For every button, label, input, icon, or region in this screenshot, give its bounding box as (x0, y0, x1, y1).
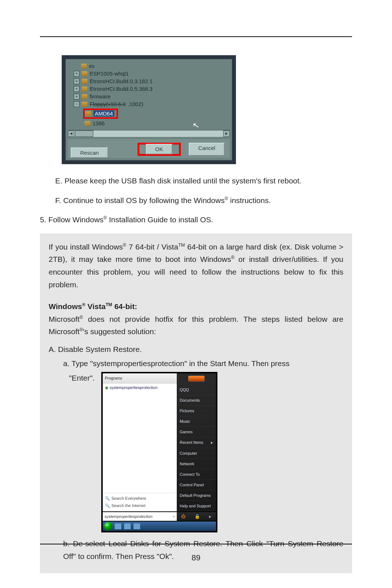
h-scrollbar[interactable]: ◂ ▸ (68, 130, 230, 137)
note-box: If you install Windows® 7 64-bit / Vista… (40, 234, 352, 573)
scroll-thumb[interactable] (75, 130, 93, 137)
start-programs-header: Programs (103, 373, 177, 383)
search-icon: 🔍 (105, 496, 110, 500)
page-number: 89 (0, 553, 392, 563)
tree-firmware: firmware (90, 93, 111, 100)
lock-icon[interactable]: 🔒 (195, 513, 200, 520)
note-step-a: a. Type "systempropertiesprotection" in … (63, 357, 343, 370)
rescan-button[interactable]: Rescan (71, 147, 108, 158)
expand-icon[interactable]: + (74, 71, 79, 77)
note-heading-vista: Windows® VistaTM 64-bit: (49, 300, 343, 313)
tree-etron-05: EtronxHCI.Build.0.5.368.3 (90, 86, 152, 92)
expand-icon[interactable]: + (74, 94, 79, 100)
tree-amd64[interactable]: AMD64 (93, 110, 114, 117)
scroll-left-icon[interactable]: ◂ (68, 130, 74, 137)
cancel-button[interactable]: Cancel (189, 143, 225, 156)
power-icon[interactable]: ⏻ (181, 513, 185, 520)
tree-es: es (89, 63, 95, 69)
shield-icon: ◉ (105, 385, 109, 390)
taskbar (103, 522, 216, 531)
highlight-ok: OK (138, 143, 181, 156)
step-5: 5. Follow Windows® Installation Guide to… (40, 214, 352, 226)
folder-tree: es +ESP1005-whql1 +EtronxHCI.Build.0.3.1… (66, 61, 232, 129)
scroll-right-icon[interactable]: ▸ (223, 130, 230, 137)
tree-floppy-strike: Floppy(v10.6.0 (90, 101, 126, 107)
start-right-item[interactable]: Help and Support (177, 501, 216, 511)
figure-driver-dialog: es +ESP1005-whql1 +EtronxHCI.Build.0.3.1… (62, 55, 236, 164)
clear-search-icon[interactable]: × (173, 513, 175, 520)
bottom-rule (40, 544, 352, 544)
search-icon: 🔍 (105, 503, 110, 508)
start-orb-icon[interactable] (104, 522, 112, 530)
taskbar-button[interactable] (114, 523, 122, 530)
note-paragraph-1: If you install Windows® 7 64-bit / Vista… (49, 241, 343, 291)
ok-button[interactable]: OK (146, 144, 173, 154)
start-right-item[interactable]: Control Panel (177, 480, 216, 490)
user-avatar-icon (188, 376, 205, 381)
note-step-a-enter: "Enter". (69, 372, 95, 385)
figure-start-menu: Programs ◉systempropertiesprotection 🔍Se… (101, 372, 217, 532)
chevron-right-icon[interactable]: ▸ (209, 513, 211, 520)
start-right-item[interactable]: Computer (177, 448, 216, 459)
start-right-item[interactable]: Music (177, 416, 216, 427)
tree-i386[interactable]: 1386 (93, 120, 105, 126)
note-step-A: A. Disable System Restore. (49, 343, 343, 356)
collapse-icon[interactable]: − (74, 101, 79, 107)
highlight-amd64: AMD64 (83, 109, 118, 119)
taskbar-button[interactable] (133, 523, 140, 530)
start-right-item[interactable]: QQQ (177, 385, 216, 395)
tree-etron-03: EtronxHCI.Build.0.3.182.1 (90, 78, 152, 84)
step-f: F. Continue to install OS by following t… (55, 195, 352, 207)
search-everywhere-link[interactable]: 🔍Search Everywhere (105, 495, 175, 502)
taskbar-button[interactable] (124, 523, 131, 530)
top-rule (40, 36, 352, 37)
start-right-item[interactable]: Documents (177, 395, 216, 406)
expand-icon[interactable]: + (74, 78, 79, 84)
expand-icon[interactable]: + (74, 86, 79, 92)
start-right-item[interactable]: Pictures (177, 406, 216, 416)
start-right-column: QQQ Documents Pictures Music Games Recen… (177, 373, 216, 511)
start-right-item[interactable]: Default Programs (177, 490, 216, 501)
step-e: E. Please keep the USB flash disk instal… (55, 175, 352, 187)
start-right-item[interactable]: Recent Items▸ (177, 437, 216, 448)
tree-floppy-tail: .1002) (128, 101, 143, 107)
start-result-item[interactable]: ◉systempropertiesprotection (105, 384, 175, 391)
start-right-item[interactable]: Games (177, 427, 216, 437)
start-right-item[interactable]: Network (177, 459, 216, 469)
start-search-input[interactable]: systempropertiesprotection × (103, 512, 177, 521)
chevron-right-icon: ▸ (211, 439, 213, 446)
note-paragraph-2: Microsoft® does not provide hotfix for t… (49, 313, 343, 338)
tree-esp1005: ESP1005-whql1 (90, 70, 129, 77)
start-right-item[interactable]: Connect To (177, 469, 216, 480)
search-internet-link[interactable]: 🔍Search the Internet (105, 502, 175, 509)
